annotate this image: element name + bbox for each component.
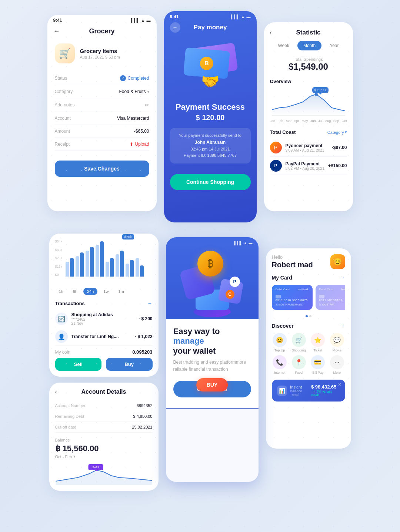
balance-amount: ฿ 15,560.00 xyxy=(55,444,153,453)
cards-row: Debit Card Instibark 6319 8610 3866 8075… xyxy=(272,285,345,310)
center-wifi: ▲ xyxy=(244,241,247,245)
save-changes-button[interactable]: Save Changes xyxy=(55,161,149,177)
dot-1 xyxy=(306,315,308,317)
time-1m[interactable]: 1m xyxy=(114,288,127,295)
remaining-debt-label: Remaining Debt xyxy=(55,414,84,419)
time-6h[interactable]: 6h xyxy=(69,288,81,295)
account-field: Account Visa Mastercard xyxy=(55,112,149,125)
bar xyxy=(106,262,109,277)
account-details-title: Account Details xyxy=(81,389,126,395)
pioneer-date: 9:09 AM • Aug 21, 2021 xyxy=(286,148,324,152)
category-button[interactable]: Category ▾ xyxy=(327,130,347,135)
balance-period: Oct - Feb ▾ xyxy=(55,454,153,459)
pay-illustration: 🤝 xyxy=(177,36,244,96)
easy-way-text: Easy way to manage your wallet Best trad… xyxy=(173,327,251,373)
payment-amount: $ 120.00 xyxy=(171,113,249,122)
my-coin-section: My coin 0.095203 xyxy=(55,346,153,358)
insight-close-button[interactable]: ✕ xyxy=(338,382,341,387)
total-spendings-value: $1,549.00 xyxy=(264,62,353,72)
my-coin-label: My coin xyxy=(55,350,70,355)
internet-label: Internet xyxy=(274,371,286,374)
account-back-arrow[interactable]: ‹ xyxy=(55,389,57,395)
card-label-1: Debit Card xyxy=(276,288,290,291)
pay-header: ← Pay money xyxy=(164,21,257,36)
discover-arrow[interactable]: → xyxy=(339,323,345,329)
discover-internet[interactable]: 📞 Internet xyxy=(272,355,288,374)
receipt-field: Receipt Upload xyxy=(55,138,149,151)
discover-topup[interactable]: 😊 Top Up xyxy=(272,333,288,352)
my-card-arrow[interactable]: → xyxy=(339,274,345,281)
discover-food[interactable]: 📍 Food xyxy=(291,355,307,374)
bar-group-5 xyxy=(106,258,114,277)
grocery-back-arrow[interactable]: ← xyxy=(53,27,60,35)
sell-button[interactable]: Sell xyxy=(55,358,102,371)
pay-time: 9:41 xyxy=(170,14,179,19)
center-blue-app-card: ▌▌▌ ▲ ▬ ₿ P C BUY Easy way to manage you… xyxy=(166,237,259,482)
remaining-debt-field: Remaining Debt $ 4,850.00 xyxy=(55,411,153,422)
discover-billpay[interactable]: 💳 Bill Pay xyxy=(310,355,326,374)
tab-year[interactable]: Year xyxy=(324,41,344,50)
pioneer-amount: -$87.00 xyxy=(332,145,347,150)
debit-card-2[interactable]: Debit Card Instibark 6319 MOSTAFA S. MOS… xyxy=(316,285,345,310)
handshake-icon: 🤝 xyxy=(201,73,220,90)
pay-back-button[interactable]: ← xyxy=(170,22,180,33)
time-24h[interactable]: 24h xyxy=(83,288,97,295)
buy-floating-button[interactable]: BUY xyxy=(196,378,228,391)
total-coast-section: Total Coast Category ▾ P Pyoneer payment… xyxy=(264,126,353,179)
payment-success-title: Payment Success xyxy=(171,102,249,112)
grocery-header: ← Grocery xyxy=(47,24,157,40)
bank-name-2: Instibark xyxy=(341,288,345,291)
pay-signal-icon: ▌▌▌ xyxy=(231,14,239,19)
tab-month[interactable]: Month xyxy=(297,41,321,50)
pay-status-icons: ▌▌▌ ▲ ▬ xyxy=(231,14,250,19)
account-number-label: Account Number xyxy=(55,403,86,408)
my-card-header: My Card → xyxy=(272,274,345,281)
debit-card-1[interactable]: Debit Card Instibark 6319 8610 3866 8075… xyxy=(272,285,313,310)
account-number-field: Account Number 6894352 xyxy=(55,400,153,411)
ticket-icon: ⭐ xyxy=(311,333,325,347)
internet-icon: 📞 xyxy=(273,355,287,369)
discover-ticket[interactable]: ⭐ Ticket xyxy=(310,333,326,352)
continue-shopping-button[interactable]: Continue Shopping xyxy=(170,174,251,190)
total-coast-title: Total Coast xyxy=(270,129,296,135)
food-label: Food xyxy=(295,371,303,374)
bank-name-1: Instibark xyxy=(297,288,309,291)
chart-tooltip: $117.11 xyxy=(312,87,329,93)
bar xyxy=(130,260,134,277)
insight-percent: ↑ 4.3% vs last week xyxy=(311,390,340,397)
time-1w[interactable]: 1w xyxy=(100,288,112,295)
discover-more[interactable]: ··· More xyxy=(329,355,345,374)
wallet-phone-card: Hello Robert mad 😊 My Card → Debit Card … xyxy=(266,248,351,449)
easy-way-description: Best tradding and easy platformmore reli… xyxy=(173,359,251,373)
c-mini-icon: C xyxy=(226,290,234,299)
transactions-section: Transactions → 🔄 Shopping at Adidas ****… xyxy=(55,300,153,346)
time-1h[interactable]: 1h xyxy=(55,288,67,295)
my-coin-value: 0.095203 xyxy=(132,349,152,355)
insight-label: Insight xyxy=(290,385,311,389)
discover-shopping[interactable]: 🛒 Shopping xyxy=(291,333,307,352)
transactions-arrow[interactable]: → xyxy=(147,300,153,306)
receipt-upload[interactable]: Upload xyxy=(130,142,149,147)
bar xyxy=(110,258,114,277)
stat-back-arrow[interactable]: ‹ xyxy=(270,29,272,36)
grocery-item-info: Grocery Items Aug 17, 2021 9:53 pm xyxy=(80,48,120,59)
bar-group-8 xyxy=(136,258,144,277)
status-field: Status Completed xyxy=(55,72,149,85)
edit-icon[interactable]: ✏ xyxy=(145,102,149,108)
transaction-item-adidas: 🔄 Shopping at Adidas ****2462 21 Nov - $… xyxy=(55,310,153,328)
top-row: 9:41 ▌▌▌ ▲ ▬ ← Grocery 🛒 Grocery Items A… xyxy=(0,0,400,230)
discover-movie[interactable]: 💬 Movie xyxy=(329,333,345,352)
bar-tooltip: $26k xyxy=(122,234,134,239)
bar-chart-container: $54k $39k $26k $13k $0 $26k xyxy=(55,239,153,284)
payment-item-pioneer: P Pyoneer payment 9:09 AM • Aug 21, 2021… xyxy=(270,139,347,157)
overview-section: Overview $117.11 Jan xyxy=(264,76,353,126)
buy-button[interactable]: Buy xyxy=(106,358,153,371)
tab-week[interactable]: Week xyxy=(272,41,295,50)
grocery-item-date: Aug 17, 2021 9:53 pm xyxy=(80,55,120,59)
insight-sublabel: Balance Trend xyxy=(290,389,311,397)
time-selector: 1h 6h 24h 1w 1m xyxy=(55,288,153,295)
category-value[interactable]: Food & Fruits xyxy=(119,89,149,94)
bar xyxy=(70,258,74,277)
food-icon: 📍 xyxy=(292,355,306,369)
account-number-value: 6894352 xyxy=(137,403,153,408)
